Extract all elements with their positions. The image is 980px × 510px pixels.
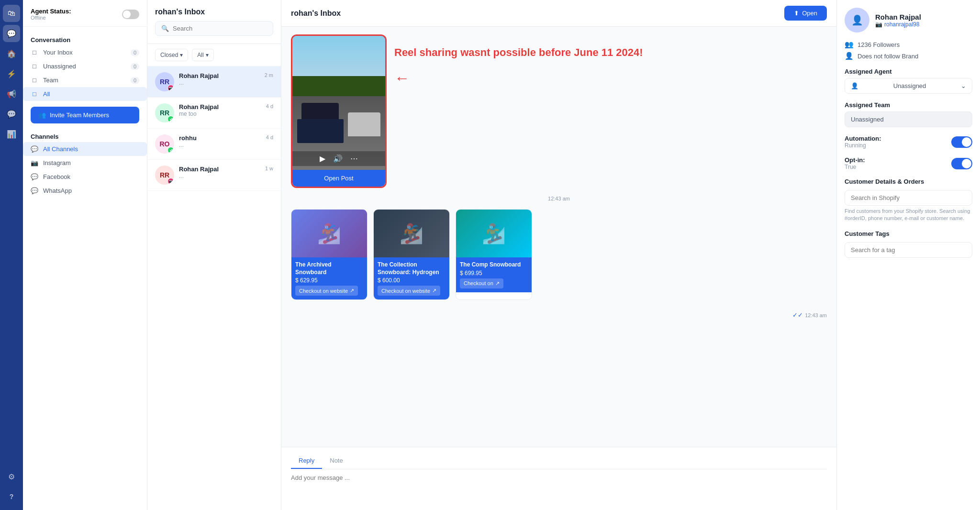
status-filter-label: Closed xyxy=(160,52,178,58)
channels-section-title: Channels xyxy=(23,129,147,142)
chevron-icon: ⌄ xyxy=(961,82,966,89)
optin-label: Opt-in: xyxy=(845,156,865,164)
assigned-team-value: Unassigned xyxy=(851,116,884,123)
reports-nav-icon[interactable]: 📊 xyxy=(3,125,20,143)
more-options-icon[interactable]: ⋯ xyxy=(350,154,358,163)
channel-whatsapp[interactable]: 💬 WhatsApp xyxy=(23,184,147,198)
agent-status-section: Agent Status: Offline xyxy=(23,8,147,27)
invite-team-members-button[interactable]: 👥 Invite Team Members xyxy=(31,107,139,123)
status-filter[interactable]: Closed ▾ xyxy=(155,49,188,61)
avatar: RR 📷 xyxy=(155,166,174,185)
conv-item[interactable]: RO ✓ rohhu ... 4 d xyxy=(147,129,281,160)
channel-facebook[interactable]: 💬 Facebook xyxy=(23,170,147,184)
agent-status-toggle[interactable] xyxy=(122,10,139,19)
external-link-icon: ↗ xyxy=(350,288,354,294)
product-icon: 🏂 xyxy=(482,222,506,245)
conv-item[interactable]: RR ✓ Rohan Rajpal me too 4 d xyxy=(147,98,281,129)
conv-preview: ... xyxy=(179,142,261,148)
note-tab[interactable]: Note xyxy=(322,453,350,469)
open-post-button[interactable]: Open Post xyxy=(292,170,385,187)
contact-name: Rohan Rajpal xyxy=(875,13,921,21)
contact-details: Rohan Rajpal 📷 rohanrajpal98 xyxy=(875,13,921,28)
nav-item-all[interactable]: □ All xyxy=(23,87,147,101)
assigned-agent-select[interactable]: 👤 Unassigned ⌄ xyxy=(845,78,972,94)
product-cards: 🏂 The Archived Snowboard $ 629.95 Checko… xyxy=(291,209,827,304)
reply-tabs: Reply Note xyxy=(291,453,827,469)
search-input[interactable] xyxy=(173,25,267,32)
checkout-button[interactable]: Checkout on website ↗ xyxy=(295,286,358,296)
home-nav-icon[interactable]: 🏠 xyxy=(3,45,20,62)
upload-icon: ⬆ xyxy=(794,10,799,17)
checkout-button[interactable]: Checkout on ↗ xyxy=(460,278,503,288)
optin-toggle[interactable] xyxy=(951,158,972,169)
shopify-search-input[interactable] xyxy=(845,190,972,206)
agent-status-sublabel: Offline xyxy=(31,15,71,21)
conversations-nav-icon[interactable]: 💬 xyxy=(3,25,20,42)
timestamp-area: ✓✓ 12:43 am xyxy=(291,310,827,321)
agent-person-icon: 👤 xyxy=(851,82,858,89)
contact-avatar: 👤 xyxy=(845,8,869,33)
assigned-team-select[interactable]: Unassigned xyxy=(845,111,972,127)
product-price: $ 629.95 xyxy=(295,277,363,284)
avatar: RR 📷 xyxy=(155,72,174,91)
contacts-nav-icon[interactable]: 💬 xyxy=(3,105,20,122)
conv-item[interactable]: RR 📷 Rohan Rajpal ... 2 m xyxy=(147,67,281,98)
external-link-icon: ↗ xyxy=(432,288,436,294)
channel-label-all: All Channels xyxy=(43,145,78,153)
annotation-text: Reel sharing wasnt possible before June … xyxy=(394,42,643,64)
conv-info: rohhu ... xyxy=(179,134,261,148)
customer-tags-label: Customer Tags xyxy=(845,230,972,237)
open-button[interactable]: ⬆ Open xyxy=(784,6,827,21)
settings-nav-icon[interactable]: ⚙ xyxy=(3,468,20,485)
all-channels-icon: 💬 xyxy=(31,145,38,153)
volume-icon[interactable]: 🔊 xyxy=(333,154,343,163)
automation-toggle[interactable] xyxy=(951,136,972,148)
channel-all[interactable]: 💬 All Channels xyxy=(23,142,147,156)
search-box[interactable]: 🔍 xyxy=(155,21,273,36)
instagram-small-icon: 📷 xyxy=(875,21,882,28)
assigned-filter[interactable]: All ▾ xyxy=(192,49,213,61)
arrow-left-icon: ← xyxy=(394,69,410,87)
help-nav-icon[interactable]: ? xyxy=(3,488,20,505)
product-price: $ 699.95 xyxy=(460,270,528,277)
nav-item-your-inbox[interactable]: □ Your Inbox 0 xyxy=(23,45,147,59)
lightning-nav-icon[interactable]: ⚡ xyxy=(3,65,20,82)
nav-item-unassigned[interactable]: □ Unassigned 0 xyxy=(23,59,147,73)
message-input[interactable] xyxy=(291,474,827,503)
inbox-badge: 0 xyxy=(131,49,139,56)
icon-nav: 🛍 💬 🏠 ⚡ 📢 💬 📊 ⚙ ? xyxy=(0,0,23,510)
main-chat: rohan's Inbox ⬆ Open xyxy=(281,0,836,510)
instagram-platform-badge: 📷 xyxy=(167,85,174,91)
conv-time: 2 m xyxy=(265,72,273,78)
avatar: RO ✓ xyxy=(155,134,174,154)
logo-icon[interactable]: 🛍 xyxy=(3,5,20,22)
reply-tab[interactable]: Reply xyxy=(291,453,322,469)
follows-back-icon: 👤 xyxy=(845,52,854,60)
sidebar: Agent Status: Offline Conversation □ You… xyxy=(23,0,147,510)
avatar-initials: RR xyxy=(160,171,169,179)
conv-name: Rohan Rajpal xyxy=(179,166,260,173)
checkout-button[interactable]: Checkout on website ↗ xyxy=(378,286,440,296)
conv-name: Rohan Rajpal xyxy=(179,72,260,79)
megaphone-nav-icon[interactable]: 📢 xyxy=(3,85,20,102)
tag-search-input[interactable] xyxy=(845,242,972,258)
nav-item-team[interactable]: □ Team 0 xyxy=(23,73,147,87)
right-panel: 👤 Rohan Rajpal 📷 rohanrajpal98 👥 1236 Fo… xyxy=(836,0,980,510)
conv-item[interactable]: RR 📷 Rohan Rajpal ... 1 w xyxy=(147,160,281,191)
channel-instagram[interactable]: 📷 Instagram xyxy=(23,156,147,170)
video-controls: ▶ 🔊 ⋯ xyxy=(292,151,385,166)
team-icon: □ xyxy=(31,77,38,84)
play-icon[interactable]: ▶ xyxy=(320,154,325,163)
nav-label-all: All xyxy=(43,90,50,98)
handle-text: rohanrajpal98 xyxy=(884,21,919,28)
agent-status-label: Agent Status: xyxy=(31,8,71,15)
conv-time: 1 w xyxy=(265,166,273,171)
nav-label-your-inbox: Your Inbox xyxy=(43,49,73,56)
contact-header: 👤 Rohan Rajpal 📷 rohanrajpal98 xyxy=(845,8,972,33)
chevron-down-icon: ▾ xyxy=(180,52,183,58)
conv-preview: ... xyxy=(179,173,260,179)
optin-row: Opt-in: True xyxy=(845,156,972,170)
product-card: 🏂 The Archived Snowboard $ 629.95 Checko… xyxy=(291,209,368,300)
reel-thumbnail: ▶ 🔊 ⋯ xyxy=(292,36,385,170)
conversation-items: RR 📷 Rohan Rajpal ... 2 m RR ✓ Rohan Raj… xyxy=(147,67,281,510)
